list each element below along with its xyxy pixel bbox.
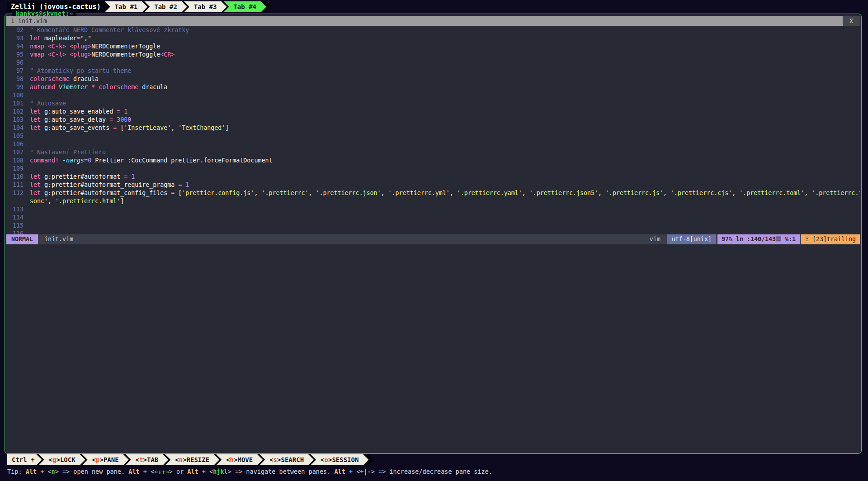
keybar-item-session[interactable]: <o> SESSION <box>311 454 368 465</box>
line-number: 116 <box>6 230 24 234</box>
terminal-pane: kankys@skynet:~ 1 init.vim X 92" Komentá… <box>5 14 862 454</box>
line-number: 107 <box>6 148 24 157</box>
editor-row: 110let g:prettier#autoformat = 1 <box>6 173 860 181</box>
editor-row: 95vmap <C-l> <plug>NERDCommenterToggle<C… <box>6 51 860 59</box>
line-number: 109 <box>6 165 24 173</box>
editor-row: 103let g:auto_save_delay = 3000 <box>6 116 860 124</box>
line-number: 102 <box>6 108 24 116</box>
keybar-item-search[interactable]: <s> SEARCH <box>259 454 314 465</box>
zellij-bottom-bar: Ctrl + <g> LOCK<p> PANE<t> TAB<n> RESIZE… <box>7 454 861 476</box>
keybar-row: Ctrl + <g> LOCK<p> PANE<t> TAB<n> RESIZE… <box>7 454 861 465</box>
code-text: " Nastavení Prettieru <box>30 148 106 157</box>
editor-row: 108command! -nargs=0 Prettier :CocComman… <box>6 157 860 165</box>
code-text: let mapleader="," <box>30 34 91 43</box>
tab-tab-3[interactable]: Tab #3 <box>184 1 227 12</box>
line-number: 105 <box>6 132 24 140</box>
tab-tab-1[interactable]: Tab #1 <box>105 1 148 12</box>
keybar-prefix: Ctrl + <box>7 454 42 465</box>
vim-statusline: NORMAL init.vim vim utf-8[unix] 97% ln :… <box>6 234 860 244</box>
line-number: 100 <box>6 91 24 100</box>
topbar-tabs: Tab #1Tab #2Tab #3Tab #4 <box>108 1 266 12</box>
vim-command-line <box>6 244 860 452</box>
editor-row: 114 <box>6 214 860 222</box>
editor-row: 101" Autosave <box>6 100 860 108</box>
keybar-item-lock[interactable]: <g> LOCK <box>39 454 85 465</box>
statusline-warning-badge: Ξ [23]trailing <box>801 234 860 244</box>
editor-row: 102let g:auto_save_enabled = 1 <box>6 108 860 116</box>
statusline-filetype: vim <box>644 234 666 244</box>
code-text: sonc', '.prettierrc.html'] <box>30 197 124 205</box>
code-text: let g:auto_save_enabled = 1 <box>30 108 127 116</box>
line-number: 104 <box>6 124 24 132</box>
line-number: 106 <box>6 140 24 148</box>
editor-row: 106 <box>6 140 860 148</box>
code-text: let g:prettier#autoformat_config_files =… <box>30 189 860 197</box>
tip-line: Tip: Alt + <n> => open new pane. Alt + <… <box>7 468 861 476</box>
vim-tabline-fill <box>52 16 843 26</box>
keybar-items: <g> LOCK<p> PANE<t> TAB<n> RESIZE<h> MOV… <box>42 454 369 465</box>
editor-row: 99autocmd VimEnter * colorscheme dracula <box>6 83 860 91</box>
editor-row: 92" Komentáře NERD Commenter klávesové z… <box>6 26 860 34</box>
line-number: 98 <box>6 75 24 83</box>
line-number <box>6 197 24 205</box>
code-text: autocmd VimEnter * colorscheme dracula <box>30 83 167 91</box>
editor-row: 115 <box>6 222 860 230</box>
keybar-item-tab[interactable]: <t> TAB <box>126 454 169 465</box>
line-number: 110 <box>6 173 24 181</box>
keybar-item-resize[interactable]: <n> RESIZE <box>165 454 219 465</box>
keybar-item-pane[interactable]: <p> PANE <box>82 454 129 465</box>
line-number: 103 <box>6 116 24 124</box>
editor-lines[interactable]: 92" Komentáře NERD Commenter klávesové z… <box>6 26 860 234</box>
tab-tab-4[interactable]: Tab #4 <box>223 1 266 12</box>
editor-row: 107" Nastavení Prettieru <box>6 148 860 157</box>
code-text: vmap <C-l> <plug>NERDCommenterToggle<CR> <box>30 51 175 59</box>
keybar-end-arrow <box>368 454 374 465</box>
editor-row: 113 <box>6 205 860 214</box>
tab-tab-2[interactable]: Tab #2 <box>144 1 187 12</box>
line-number: 94 <box>6 43 24 51</box>
statusline-position: 97% ln :140/143☰ ℅:1 <box>717 234 800 244</box>
code-text: colorscheme dracula <box>30 75 99 83</box>
tab-bar-end-arrow <box>266 1 272 12</box>
code-text: let g:prettier#autoformat = 1 <box>30 173 135 181</box>
line-number: 99 <box>6 83 24 91</box>
editor-row: 109 <box>6 165 860 173</box>
code-text: let g:auto_save_delay = 3000 <box>30 116 131 124</box>
line-number: 96 <box>6 59 24 67</box>
editor-row: sonc', '.prettierrc.html'] <box>6 197 860 205</box>
mode-indicator: NORMAL <box>6 234 38 244</box>
editor-row: 100 <box>6 91 860 100</box>
line-number: 111 <box>6 181 24 189</box>
line-number: 108 <box>6 157 24 165</box>
statusline-encoding: utf-8[unix] <box>667 234 716 244</box>
code-text: " Komentáře NERD Commenter klávesové zkr… <box>30 26 189 34</box>
editor-row: 105 <box>6 132 860 140</box>
statusline-fill <box>80 234 644 244</box>
line-number: 112 <box>6 189 24 197</box>
pane-content: 1 init.vim X 92" Komentáře NERD Commente… <box>6 16 860 452</box>
editor-row: 116 <box>6 230 860 234</box>
line-number: 113 <box>6 205 24 214</box>
code-text: let g:prettier#autoformat_require_pragma… <box>30 181 189 189</box>
vim-buffer-tab[interactable]: 1 init.vim <box>6 16 52 26</box>
keybar-block: Ctrl + <g> LOCK<p> PANE<t> TAB<n> RESIZE… <box>7 454 368 465</box>
editor-row: 111let g:prettier#autoformat_require_pra… <box>6 181 860 189</box>
vim-tabline: 1 init.vim X <box>6 16 860 26</box>
code-text: nmap <C-k> <plug>NERDCommenterToggle <box>30 43 160 51</box>
line-number: 95 <box>6 51 24 59</box>
editor-row: 112let g:prettier#autoformat_config_file… <box>6 189 860 197</box>
editor-row: 98colorscheme dracula <box>6 75 860 83</box>
close-buffer-button[interactable]: X <box>843 16 860 26</box>
editor-row: 97" Atomaticky po startu theme <box>6 67 860 75</box>
editor-row: 104let g:auto_save_events = ['InsertLeav… <box>6 124 860 132</box>
editor-row: 94nmap <C-k> <plug>NERDCommenterToggle <box>6 43 860 51</box>
statusline-filename: init.vim <box>38 234 80 244</box>
line-number: 93 <box>6 34 24 43</box>
editor-row: 93let mapleader="," <box>6 34 860 43</box>
line-number: 101 <box>6 100 24 108</box>
code-text: " Atomaticky po startu theme <box>30 67 131 75</box>
line-number: 114 <box>6 214 24 222</box>
code-text: " Autosave <box>30 100 66 108</box>
keybar-item-move[interactable]: <h> MOVE <box>216 454 263 465</box>
editor-row: 96 <box>6 59 860 67</box>
